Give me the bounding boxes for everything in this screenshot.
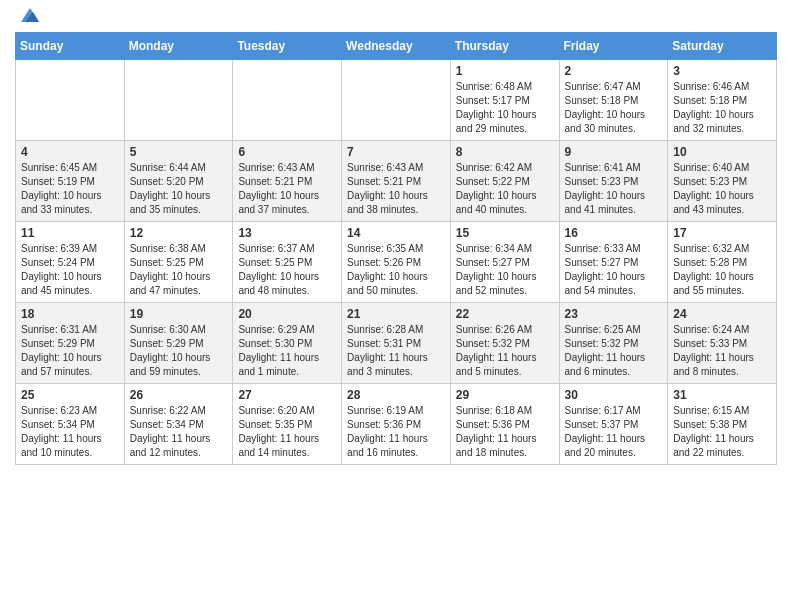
calendar-cell: 23Sunrise: 6:25 AM Sunset: 5:32 PM Dayli… (559, 303, 668, 384)
day-number: 17 (673, 226, 771, 240)
day-info: Sunrise: 6:41 AM Sunset: 5:23 PM Dayligh… (565, 161, 663, 217)
day-info: Sunrise: 6:42 AM Sunset: 5:22 PM Dayligh… (456, 161, 554, 217)
day-info: Sunrise: 6:43 AM Sunset: 5:21 PM Dayligh… (347, 161, 445, 217)
day-number: 14 (347, 226, 445, 240)
calendar-cell: 14Sunrise: 6:35 AM Sunset: 5:26 PM Dayli… (342, 222, 451, 303)
day-info: Sunrise: 6:43 AM Sunset: 5:21 PM Dayligh… (238, 161, 336, 217)
calendar-cell: 3Sunrise: 6:46 AM Sunset: 5:18 PM Daylig… (668, 60, 777, 141)
day-number: 22 (456, 307, 554, 321)
page-header (15, 10, 777, 26)
day-number: 12 (130, 226, 228, 240)
day-number: 16 (565, 226, 663, 240)
day-number: 21 (347, 307, 445, 321)
calendar-cell: 7Sunrise: 6:43 AM Sunset: 5:21 PM Daylig… (342, 141, 451, 222)
calendar-cell: 17Sunrise: 6:32 AM Sunset: 5:28 PM Dayli… (668, 222, 777, 303)
calendar-cell: 1Sunrise: 6:48 AM Sunset: 5:17 PM Daylig… (450, 60, 559, 141)
calendar-cell: 5Sunrise: 6:44 AM Sunset: 5:20 PM Daylig… (124, 141, 233, 222)
calendar-table: SundayMondayTuesdayWednesdayThursdayFrid… (15, 32, 777, 465)
day-info: Sunrise: 6:23 AM Sunset: 5:34 PM Dayligh… (21, 404, 119, 460)
day-info: Sunrise: 6:33 AM Sunset: 5:27 PM Dayligh… (565, 242, 663, 298)
day-info: Sunrise: 6:28 AM Sunset: 5:31 PM Dayligh… (347, 323, 445, 379)
calendar-cell: 28Sunrise: 6:19 AM Sunset: 5:36 PM Dayli… (342, 384, 451, 465)
day-number: 11 (21, 226, 119, 240)
day-info: Sunrise: 6:38 AM Sunset: 5:25 PM Dayligh… (130, 242, 228, 298)
calendar-cell: 22Sunrise: 6:26 AM Sunset: 5:32 PM Dayli… (450, 303, 559, 384)
logo (15, 18, 41, 26)
day-number: 24 (673, 307, 771, 321)
day-info: Sunrise: 6:32 AM Sunset: 5:28 PM Dayligh… (673, 242, 771, 298)
calendar-cell: 31Sunrise: 6:15 AM Sunset: 5:38 PM Dayli… (668, 384, 777, 465)
day-header-monday: Monday (124, 33, 233, 60)
day-number: 25 (21, 388, 119, 402)
calendar-cell: 13Sunrise: 6:37 AM Sunset: 5:25 PM Dayli… (233, 222, 342, 303)
calendar-week-row: 1Sunrise: 6:48 AM Sunset: 5:17 PM Daylig… (16, 60, 777, 141)
day-info: Sunrise: 6:35 AM Sunset: 5:26 PM Dayligh… (347, 242, 445, 298)
day-number: 31 (673, 388, 771, 402)
day-header-thursday: Thursday (450, 33, 559, 60)
day-header-friday: Friday (559, 33, 668, 60)
day-info: Sunrise: 6:48 AM Sunset: 5:17 PM Dayligh… (456, 80, 554, 136)
calendar-week-row: 11Sunrise: 6:39 AM Sunset: 5:24 PM Dayli… (16, 222, 777, 303)
day-info: Sunrise: 6:18 AM Sunset: 5:36 PM Dayligh… (456, 404, 554, 460)
day-number: 29 (456, 388, 554, 402)
day-info: Sunrise: 6:22 AM Sunset: 5:34 PM Dayligh… (130, 404, 228, 460)
calendar-cell (124, 60, 233, 141)
calendar-cell: 25Sunrise: 6:23 AM Sunset: 5:34 PM Dayli… (16, 384, 125, 465)
calendar-week-row: 4Sunrise: 6:45 AM Sunset: 5:19 PM Daylig… (16, 141, 777, 222)
calendar-cell: 24Sunrise: 6:24 AM Sunset: 5:33 PM Dayli… (668, 303, 777, 384)
day-info: Sunrise: 6:15 AM Sunset: 5:38 PM Dayligh… (673, 404, 771, 460)
day-number: 15 (456, 226, 554, 240)
day-number: 20 (238, 307, 336, 321)
calendar-header-row: SundayMondayTuesdayWednesdayThursdayFrid… (16, 33, 777, 60)
day-info: Sunrise: 6:34 AM Sunset: 5:27 PM Dayligh… (456, 242, 554, 298)
day-info: Sunrise: 6:40 AM Sunset: 5:23 PM Dayligh… (673, 161, 771, 217)
day-info: Sunrise: 6:26 AM Sunset: 5:32 PM Dayligh… (456, 323, 554, 379)
day-info: Sunrise: 6:29 AM Sunset: 5:30 PM Dayligh… (238, 323, 336, 379)
calendar-cell: 19Sunrise: 6:30 AM Sunset: 5:29 PM Dayli… (124, 303, 233, 384)
calendar-cell: 12Sunrise: 6:38 AM Sunset: 5:25 PM Dayli… (124, 222, 233, 303)
day-header-saturday: Saturday (668, 33, 777, 60)
calendar-cell (342, 60, 451, 141)
calendar-cell: 21Sunrise: 6:28 AM Sunset: 5:31 PM Dayli… (342, 303, 451, 384)
calendar-cell: 26Sunrise: 6:22 AM Sunset: 5:34 PM Dayli… (124, 384, 233, 465)
calendar-cell: 15Sunrise: 6:34 AM Sunset: 5:27 PM Dayli… (450, 222, 559, 303)
day-info: Sunrise: 6:37 AM Sunset: 5:25 PM Dayligh… (238, 242, 336, 298)
day-number: 6 (238, 145, 336, 159)
day-info: Sunrise: 6:44 AM Sunset: 5:20 PM Dayligh… (130, 161, 228, 217)
day-number: 8 (456, 145, 554, 159)
day-number: 28 (347, 388, 445, 402)
calendar-cell: 18Sunrise: 6:31 AM Sunset: 5:29 PM Dayli… (16, 303, 125, 384)
calendar-cell (16, 60, 125, 141)
day-number: 27 (238, 388, 336, 402)
day-info: Sunrise: 6:45 AM Sunset: 5:19 PM Dayligh… (21, 161, 119, 217)
day-number: 2 (565, 64, 663, 78)
calendar-cell: 29Sunrise: 6:18 AM Sunset: 5:36 PM Dayli… (450, 384, 559, 465)
calendar-cell: 16Sunrise: 6:33 AM Sunset: 5:27 PM Dayli… (559, 222, 668, 303)
day-info: Sunrise: 6:17 AM Sunset: 5:37 PM Dayligh… (565, 404, 663, 460)
calendar-cell: 4Sunrise: 6:45 AM Sunset: 5:19 PM Daylig… (16, 141, 125, 222)
day-number: 4 (21, 145, 119, 159)
day-info: Sunrise: 6:30 AM Sunset: 5:29 PM Dayligh… (130, 323, 228, 379)
calendar-cell: 27Sunrise: 6:20 AM Sunset: 5:35 PM Dayli… (233, 384, 342, 465)
calendar-week-row: 25Sunrise: 6:23 AM Sunset: 5:34 PM Dayli… (16, 384, 777, 465)
day-header-tuesday: Tuesday (233, 33, 342, 60)
calendar-cell: 6Sunrise: 6:43 AM Sunset: 5:21 PM Daylig… (233, 141, 342, 222)
calendar-cell: 9Sunrise: 6:41 AM Sunset: 5:23 PM Daylig… (559, 141, 668, 222)
calendar-cell: 2Sunrise: 6:47 AM Sunset: 5:18 PM Daylig… (559, 60, 668, 141)
day-header-sunday: Sunday (16, 33, 125, 60)
day-info: Sunrise: 6:31 AM Sunset: 5:29 PM Dayligh… (21, 323, 119, 379)
calendar-cell: 30Sunrise: 6:17 AM Sunset: 5:37 PM Dayli… (559, 384, 668, 465)
day-info: Sunrise: 6:20 AM Sunset: 5:35 PM Dayligh… (238, 404, 336, 460)
calendar-week-row: 18Sunrise: 6:31 AM Sunset: 5:29 PM Dayli… (16, 303, 777, 384)
day-info: Sunrise: 6:47 AM Sunset: 5:18 PM Dayligh… (565, 80, 663, 136)
day-info: Sunrise: 6:25 AM Sunset: 5:32 PM Dayligh… (565, 323, 663, 379)
day-number: 3 (673, 64, 771, 78)
day-number: 18 (21, 307, 119, 321)
calendar-cell: 10Sunrise: 6:40 AM Sunset: 5:23 PM Dayli… (668, 141, 777, 222)
day-number: 5 (130, 145, 228, 159)
day-number: 30 (565, 388, 663, 402)
day-number: 23 (565, 307, 663, 321)
calendar-cell (233, 60, 342, 141)
day-number: 9 (565, 145, 663, 159)
day-info: Sunrise: 6:39 AM Sunset: 5:24 PM Dayligh… (21, 242, 119, 298)
